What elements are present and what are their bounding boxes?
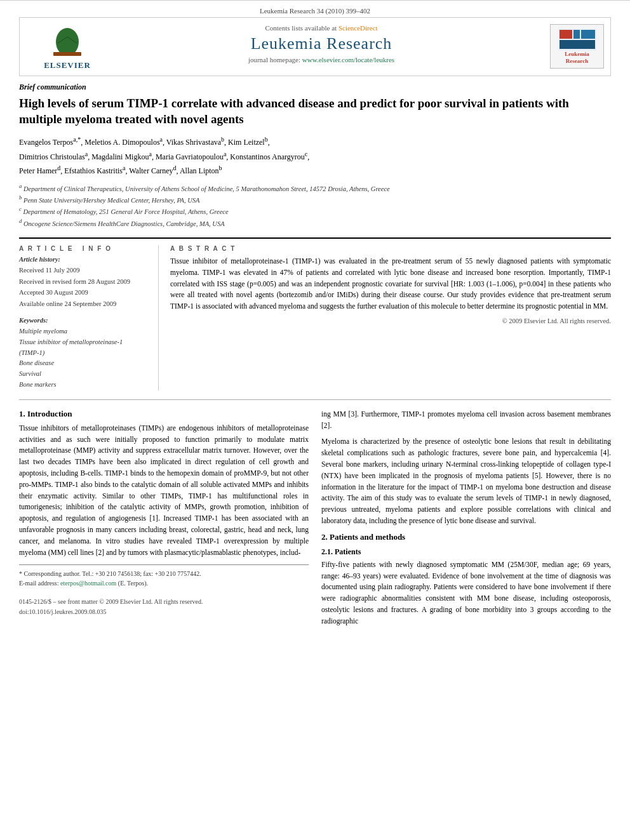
patients-heading: 2. Patients and methods	[321, 532, 611, 542]
affiliation-d: d Oncogene Science/Siemens HealthCare Di…	[19, 217, 611, 229]
available-date: Available online 24 September 2009	[19, 299, 147, 309]
sup-a3: a	[85, 150, 88, 157]
journal-header: ELSEVIER Contents lists available at Sci…	[19, 17, 611, 76]
sup-a5: a	[224, 150, 226, 157]
issn-text: 0145-2126/$ – see front matter © 2009 El…	[19, 597, 309, 607]
footnote-email: E-mail address: eterpos@hotmail.com (E. …	[19, 578, 309, 588]
article-title: High levels of serum TIMP-1 correlate wi…	[19, 96, 611, 127]
footnote-area: * Corresponding author. Tel.: +30 210 74…	[19, 564, 309, 588]
sup-b3: b	[219, 164, 222, 171]
article-history-label: Article history:	[19, 256, 147, 263]
journal-logo-area: LeukemiaResearch	[534, 24, 604, 69]
lr-logo-title: LeukemiaResearch	[565, 51, 589, 65]
journal-title-area: Contents lists available at ScienceDirec…	[109, 24, 534, 63]
abstract-text: Tissue inhibitor of metalloproteinase-1 …	[170, 256, 611, 312]
content-area: Brief communication High levels of serum…	[19, 76, 611, 639]
sciencedirect-link[interactable]: ScienceDirect	[338, 24, 378, 32]
article-type: Brief communication	[19, 83, 611, 92]
keyword-6: Bone markers	[19, 380, 147, 390]
patients-text: Fifty-five patients with newly diagnosed…	[321, 559, 611, 627]
journal-homepage: journal homepage: www.elsevier.com/locat…	[115, 56, 528, 63]
sup-a4: a	[149, 150, 151, 157]
intro-heading: 1. Introduction	[19, 409, 309, 419]
authors: Evangelos Terposa,*, Meletios A. Dimopou…	[19, 135, 611, 177]
author-list: Evangelos Terposa,*, Meletios A. Dimopou…	[19, 138, 309, 175]
elsevier-logo-area: ELSEVIER	[26, 24, 109, 70]
abstract-column: A B S T R A C T Tissue inhibitor of meta…	[159, 245, 611, 390]
article-info-abstract: A R T I C L E I N F O Article history: R…	[19, 237, 611, 390]
lr-logo-icon	[558, 29, 596, 51]
affiliation-b: b Penn State University/Hershey Medical …	[19, 194, 611, 205]
body-right-col: ing MM [3]. Furthermore, TIMP-1 promotes…	[321, 409, 611, 632]
page: Leukemia Research 34 (2010) 399–402	[0, 0, 630, 840]
keywords-label: Keywords:	[19, 317, 147, 324]
svg-rect-6	[560, 30, 572, 39]
bottom-issn: 0145-2126/$ – see front matter © 2009 El…	[19, 597, 309, 617]
svg-rect-7	[573, 30, 580, 39]
keyword-2: Tissue inhibitor of metalloproteinase-1	[19, 337, 147, 348]
keywords-section: Keywords: Multiple myeloma Tissue inhibi…	[19, 317, 147, 390]
svg-rect-9	[560, 40, 595, 49]
email-link[interactable]: eterpos@hotmail.com	[60, 580, 116, 587]
keyword-5: Survival	[19, 369, 147, 380]
intro-text-cont: ing MM [3]. Furthermore, TIMP-1 promotes…	[321, 409, 611, 432]
abstract-label: A B S T R A C T	[170, 245, 611, 252]
elsevier-label: ELSEVIER	[44, 60, 91, 70]
leukemia-research-logo: LeukemiaResearch	[550, 24, 604, 69]
received-date: Received 11 July 2009	[19, 265, 147, 276]
affiliation-c: c Department of Hematology, 251 General …	[19, 205, 611, 217]
sup-c: c	[305, 150, 307, 157]
keyword-3: (TIMP-1)	[19, 348, 147, 359]
homepage-link[interactable]: www.elsevier.com/locate/leukres	[302, 56, 394, 63]
elsevier-tree-icon	[42, 24, 93, 59]
patients-subheading: 2.1. Patients	[321, 547, 611, 557]
sciencedirect-line: Contents lists available at ScienceDirec…	[115, 24, 528, 32]
journal-reference-text: Leukemia Research 34 (2010) 399–402	[260, 7, 370, 15]
sup-a6: a	[123, 164, 125, 171]
body-content: 1. Introduction Tissue inhibitors of met…	[19, 409, 611, 632]
article-info-column: A R T I C L E I N F O Article history: R…	[19, 245, 159, 390]
keyword-4: Bone disease	[19, 358, 147, 369]
revised-date: Received in revised form 28 August 2009	[19, 277, 147, 287]
section-divider	[19, 399, 611, 400]
contents-list-text: Contents lists available at	[265, 24, 337, 32]
intro-text: Tissue inhibitors of metalloproteinases …	[19, 423, 309, 559]
svg-rect-2	[53, 52, 81, 56]
keyword-1: Multiple myeloma	[19, 326, 147, 337]
accepted-date: Accepted 30 August 2009	[19, 288, 147, 298]
journal-title: Leukemia Research	[115, 34, 528, 53]
homepage-label: journal homepage:	[248, 56, 300, 63]
footnote-star: * Corresponding author. Tel.: +30 210 74…	[19, 569, 309, 578]
sup-star: *	[77, 136, 81, 143]
elsevier-logo: ELSEVIER	[42, 24, 93, 70]
sup-b2: b	[265, 136, 268, 143]
sup-d: d	[57, 164, 60, 171]
intro-text-cont2: Myeloma is characterized by the presence…	[321, 436, 611, 527]
sup-d2: d	[173, 164, 177, 171]
sup-b: b	[221, 136, 224, 143]
copyright: © 2009 Elsevier Ltd. All rights reserved…	[170, 317, 611, 324]
journal-ref: Leukemia Research 34 (2010) 399–402	[0, 0, 630, 17]
affiliations: a Department of Clinical Therapeutics, U…	[19, 182, 611, 229]
body-left-col: 1. Introduction Tissue inhibitors of met…	[19, 409, 309, 632]
article-info-label: A R T I C L E I N F O	[19, 245, 147, 252]
svg-rect-8	[581, 30, 595, 39]
sup-a2: a	[160, 136, 163, 143]
doi-text: doi:10.1016/j.leukres.2009.08.035	[19, 607, 309, 617]
affiliation-a: a Department of Clinical Therapeutics, U…	[19, 182, 611, 194]
